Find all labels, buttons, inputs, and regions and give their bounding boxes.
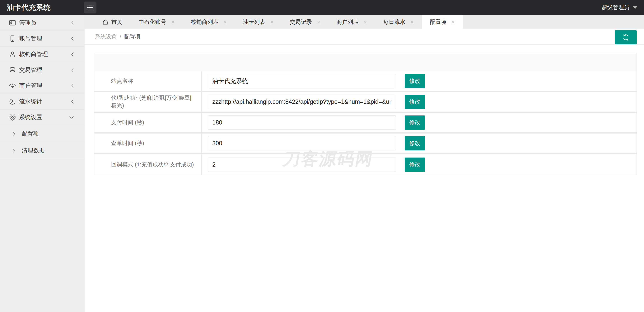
- chevron-left-icon: [70, 67, 74, 73]
- sidebar-item-transactions[interactable]: 交易管理: [0, 62, 84, 78]
- close-icon[interactable]: ×: [410, 19, 414, 25]
- field-label: 支付时间 (秒): [94, 113, 202, 132]
- refresh-button[interactable]: [615, 30, 637, 44]
- sidebar-item-admin[interactable]: 管理员: [0, 15, 84, 31]
- pay-time-input[interactable]: [208, 115, 396, 130]
- proxy-ip-input[interactable]: [208, 95, 396, 109]
- edit-button[interactable]: 修改: [405, 115, 425, 130]
- config-table: 站点名称 修改 代理ip地址 (芝麻|流冠|万变|豌豆|极光) 修改 支付时间 …: [94, 53, 637, 175]
- sidebar-item-label: 商户管理: [19, 82, 42, 90]
- close-icon[interactable]: ×: [317, 19, 320, 25]
- user-name: 超级管理员: [602, 4, 630, 11]
- tab-transaction-records[interactable]: 交易记录 ×: [282, 15, 328, 29]
- tab-bar: 首页 中石化账号 × 核销商列表 × 油卡列表 × 交易记录 × 商户列表 ×: [84, 15, 644, 29]
- sidebar-item-label: 账号管理: [19, 35, 42, 43]
- sidebar-subitem-clean-data[interactable]: 清理数据: [0, 142, 84, 159]
- config-row-callback-mode: 回调模式 (1:充值成功/2:支付成功) 修改: [94, 154, 636, 175]
- field-label: 代理ip地址 (芝麻|流冠|万变|豌豆|极光): [94, 92, 202, 112]
- gear-icon: [9, 114, 16, 121]
- sidebar-item-accounts[interactable]: 账号管理: [0, 31, 84, 47]
- tab-label: 核销商列表: [191, 18, 219, 26]
- tab-label: 配置项: [430, 18, 446, 26]
- id-card-icon: [9, 19, 16, 27]
- chevron-down-icon: [68, 115, 74, 119]
- field-label: 查单时间 (秒): [94, 133, 202, 153]
- breadcrumb-bar: 系统设置 / 配置项: [84, 29, 644, 45]
- tab-label: 首页: [111, 18, 122, 26]
- user-dropdown[interactable]: 超级管理员: [602, 0, 638, 15]
- field-label: 回调模式 (1:充值成功/2:支付成功): [94, 154, 202, 175]
- tab-verifier-list[interactable]: 核销商列表 ×: [183, 15, 235, 29]
- chevron-left-icon: [70, 51, 74, 57]
- close-icon[interactable]: ×: [364, 19, 367, 25]
- config-row-pay-time: 支付时间 (秒) 修改: [94, 113, 636, 133]
- sidebar-item-label: 管理员: [19, 19, 36, 27]
- chevron-left-icon: [70, 99, 74, 105]
- breadcrumb-current: 配置项: [124, 33, 140, 40]
- query-time-input[interactable]: [208, 136, 396, 150]
- sidebar-toggle-button[interactable]: [84, 2, 96, 14]
- sidebar-item-label: 流水统计: [19, 98, 42, 105]
- tab-label: 交易记录: [290, 18, 312, 26]
- breadcrumb-separator: /: [120, 34, 121, 40]
- user-icon: [9, 51, 16, 58]
- field-label: 站点名称: [94, 71, 202, 91]
- config-row-query-time: 查单时间 (秒) 修改: [94, 133, 636, 154]
- sidebar-item-label: 核销商管理: [19, 50, 48, 58]
- tab-sinopec-accounts[interactable]: 中石化账号 ×: [130, 15, 183, 29]
- sidebar-item-statistics[interactable]: 流水统计: [0, 94, 84, 109]
- tab-merchant-list[interactable]: 商户列表 ×: [328, 15, 375, 29]
- tab-label: 每日流水: [383, 18, 406, 26]
- sidebar-item-label: 交易管理: [19, 66, 42, 74]
- sidebar-subitem-config[interactable]: 配置项: [0, 125, 84, 142]
- database-icon: [9, 66, 16, 74]
- sidebar-nav: 管理员 账号管理: [0, 15, 84, 312]
- arrow-right-icon: [12, 131, 16, 136]
- config-row-proxy-ip: 代理ip地址 (芝麻|流冠|万变|豌豆|极光) 修改: [94, 92, 636, 113]
- home-icon: [102, 19, 108, 25]
- site-name-input[interactable]: [208, 74, 396, 88]
- tab-home[interactable]: 首页: [94, 15, 130, 29]
- chevron-left-icon: [70, 20, 74, 26]
- edit-button[interactable]: 修改: [405, 74, 425, 88]
- chevron-left-icon: [70, 36, 74, 42]
- close-icon[interactable]: ×: [452, 19, 455, 25]
- top-header: 油卡代充系统 超级管理员: [0, 0, 644, 15]
- callback-mode-input[interactable]: [208, 158, 396, 172]
- app-title: 油卡代充系统: [0, 3, 51, 12]
- chevron-down-icon: [633, 6, 638, 9]
- chevron-left-icon: [70, 83, 74, 89]
- tab-label: 中石化账号: [138, 18, 166, 26]
- breadcrumb-parent[interactable]: 系统设置: [95, 33, 116, 40]
- close-icon[interactable]: ×: [270, 19, 274, 25]
- table-header-row: [94, 53, 636, 71]
- sidebar-item-verifiers[interactable]: 核销商管理: [0, 47, 84, 62]
- clock-icon: [9, 98, 16, 105]
- tab-config-active[interactable]: 配置项 ×: [422, 15, 463, 29]
- menu-list-icon: [86, 4, 94, 11]
- close-icon[interactable]: ×: [224, 19, 227, 25]
- edit-button[interactable]: 修改: [405, 158, 425, 172]
- sidebar-item-label: 系统设置: [19, 113, 42, 121]
- refresh-icon: [621, 33, 630, 42]
- sidebar-item-system-settings[interactable]: 系统设置: [0, 109, 84, 125]
- config-row-site-name: 站点名称 修改: [94, 71, 636, 92]
- tab-oil-card-list[interactable]: 油卡列表 ×: [235, 15, 282, 29]
- arrow-right-icon: [12, 148, 16, 153]
- tab-daily-flow[interactable]: 每日流水 ×: [375, 15, 422, 29]
- sidebar-subitem-label: 配置项: [22, 130, 39, 137]
- edit-button[interactable]: 修改: [405, 95, 425, 109]
- tab-label: 油卡列表: [243, 18, 265, 26]
- edit-button[interactable]: 修改: [405, 136, 425, 150]
- tab-label: 商户列表: [336, 18, 359, 26]
- phone-icon: [9, 35, 16, 42]
- close-icon[interactable]: ×: [171, 19, 175, 25]
- sidebar-subitem-label: 清理数据: [22, 146, 45, 154]
- handshake-icon: [9, 82, 16, 90]
- sidebar-item-merchants[interactable]: 商户管理: [0, 78, 84, 94]
- content-area: 站点名称 修改 代理ip地址 (芝麻|流冠|万变|豌豆|极光) 修改 支付时间 …: [84, 45, 644, 312]
